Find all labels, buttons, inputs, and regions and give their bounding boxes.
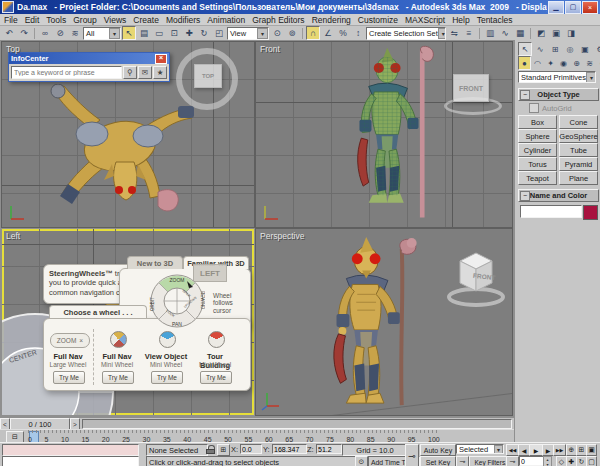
category-geometry-icon[interactable]: ● [518,56,531,70]
creature-model-perspective[interactable] [316,235,446,413]
zoom-extents-icon[interactable]: ▣ [586,444,597,456]
category-helpers-icon[interactable]: ⊕ [570,56,583,70]
sphere-button[interactable]: Sphere [518,129,557,143]
min-max-toggle-icon[interactable]: ▢ [586,456,597,466]
spinner-snap-icon[interactable]: ↕ [351,26,365,40]
autogrid-checkbox[interactable] [529,103,539,113]
x-coordinate-field[interactable] [240,444,262,454]
angle-snap-icon[interactable]: ∠ [321,26,335,40]
tab-utilities-icon[interactable]: ⚙ [593,42,600,56]
tab-motion-icon[interactable]: ◎ [563,42,577,56]
box-button[interactable]: Box [518,115,557,129]
collapse-icon[interactable]: − [520,90,530,100]
zoom-wheel-preview[interactable]: ZOOM× [50,333,90,348]
selection-filter-dropdown[interactable]: All▾ [83,27,121,40]
menu-item-customize[interactable]: Customize [358,15,398,25]
tab-modify-icon[interactable]: ∿ [533,42,547,56]
menu-item-edit[interactable]: Edit [25,15,40,25]
category-spacewarps-icon[interactable]: ≋ [583,56,596,70]
reference-coordinate-dropdown[interactable]: View▾ [227,27,269,40]
category-systems-icon[interactable]: ⊛ [596,56,600,70]
select-move-icon[interactable]: ✚ [182,26,196,40]
chevron-down-icon[interactable]: ▾ [257,28,268,39]
viewport-front[interactable]: FRONT [256,42,512,227]
try-me-button[interactable]: Try Me [200,371,232,384]
auto-key-button[interactable]: Auto Key [420,444,456,456]
viewcube[interactable]: FRONT [446,245,506,309]
close-icon[interactable]: × [155,54,167,64]
view-object-wheel-icon[interactable] [159,331,176,348]
render-icon[interactable]: ◨ [564,26,578,40]
curve-editor-icon[interactable]: ∿ [498,26,512,40]
current-frame-field[interactable] [519,456,545,466]
torus-button[interactable]: Torus [518,157,557,171]
menu-item-animation[interactable]: Animation [207,15,245,25]
bind-spacewarp-icon[interactable]: ≋ [68,26,82,40]
category-cameras-icon[interactable]: ◉ [557,56,570,70]
close-button[interactable]: × [582,1,598,14]
menu-item-tentacles[interactable]: Tentacles [477,15,513,25]
try-me-button[interactable]: Try Me [53,371,85,384]
wheel-orbit-label[interactable]: ORBIT [150,297,155,311]
play-icon[interactable]: ▶ [529,444,543,456]
manipulate-icon[interactable]: ⊚ [285,26,299,40]
cone-button[interactable]: Cone [559,115,598,129]
search-input[interactable] [11,66,122,79]
tour-building-wheel-icon[interactable] [208,331,225,348]
key-icon[interactable]: ⊸ [405,444,419,466]
render-setup-icon[interactable]: ▣ [549,26,563,40]
search-icon[interactable]: ⚲ [123,66,137,79]
tube-button[interactable]: Tube [559,143,598,157]
tab-create-icon[interactable]: ↖ [518,42,532,56]
menu-item-file[interactable]: File [4,15,18,25]
menu-item-rendering[interactable]: Rendering [312,15,351,25]
align-icon[interactable]: ≡ [462,26,476,40]
absolute-mode-icon[interactable]: ⊞ [217,444,230,456]
tab-display-icon[interactable]: ▣ [578,42,592,56]
infocenter-window[interactable]: InfoCenter × ⚲ ✉ ★ [8,52,170,82]
viewport-perspective[interactable]: FRONT [256,229,512,415]
schematic-view-icon[interactable]: ▦ [513,26,527,40]
lock-icon[interactable] [206,445,215,454]
close-icon[interactable]: × [79,337,83,344]
select-rotate-icon[interactable]: ↻ [197,26,211,40]
chevron-down-icon[interactable]: ▾ [586,72,596,83]
chevron-down-icon[interactable]: ▾ [109,28,120,39]
wheel-rewind-label[interactable]: REWIND [200,291,205,310]
title-bar[interactable]: Da.max - Project Folder: C:\Documents an… [0,0,600,14]
category-lights-icon[interactable]: ✦ [544,56,557,70]
time-slider-track[interactable] [82,419,512,429]
menu-item-graph-editors[interactable]: Graph Editors [252,15,304,25]
favorites-star-icon[interactable]: ★ [153,66,167,79]
full-nav-mini-wheel-icon[interactable] [110,331,127,348]
name-and-color-rollout[interactable]: − Name and Color [518,189,599,202]
teapot-button[interactable]: Teapot [518,171,557,185]
chevron-down-icon[interactable]: ▾ [438,28,446,39]
try-me-button[interactable]: Try Me [151,371,183,384]
redo-icon[interactable]: ↷ [17,26,31,40]
undo-icon[interactable]: ↶ [2,26,16,40]
viewport-label[interactable]: Top [6,44,20,54]
infocenter-title-bar[interactable]: InfoCenter × [9,53,169,64]
key-mode-dropdown[interactable]: Selected ▾ [456,444,504,454]
try-me-button[interactable]: Try Me [102,371,134,384]
material-editor-icon[interactable]: ◩ [534,26,548,40]
cylinder-button[interactable]: Cylinder [518,143,557,157]
chevron-down-icon[interactable]: ▾ [494,445,503,454]
navigation-wheel-diagram[interactable]: ZOOM PAN ORBIT REWIND WALK UP/DOWN LOOK [149,273,205,329]
viewport-top[interactable]: TOP InfoCenter [2,42,254,227]
mirror-icon[interactable]: ⇋ [447,26,461,40]
select-link-icon[interactable]: ∞ [38,26,52,40]
y-coordinate-field[interactable] [272,444,307,454]
go-to-end-icon[interactable]: ▶▶ [553,444,566,456]
layer-manager-icon[interactable]: ▥ [483,26,497,40]
set-key-button[interactable]: Set Key [420,456,456,466]
snap-toggle-icon[interactable]: ∩ [306,26,320,40]
selection-lock-alt-icon[interactable]: ⊙ [355,456,368,466]
menu-item-create[interactable]: Create [133,15,159,25]
object-name-field[interactable] [520,205,582,218]
key-mode-toggle-icon[interactable]: ⊸ [506,456,519,466]
select-scale-icon[interactable]: ◰ [212,26,226,40]
viewport-left[interactable]: ORBIT CENTER PAN New to 3D Familiar with… [2,229,254,415]
frame-spinner[interactable]: ▴ ▾ [543,456,552,466]
